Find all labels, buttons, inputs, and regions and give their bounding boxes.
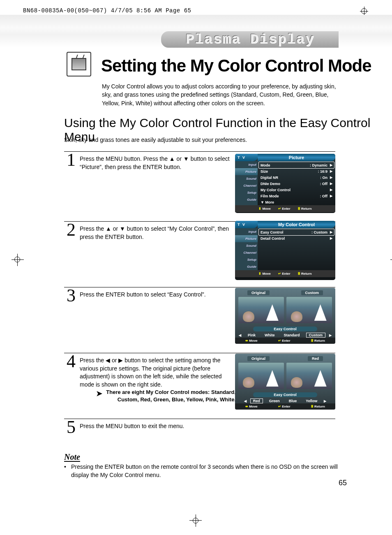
ecp-image-left <box>238 297 284 323</box>
ecp-chip: Pink <box>245 333 258 337</box>
ecp-chip: Blue <box>286 399 300 403</box>
ecp-chips: ◀RedGreenBlueYellow▶ <box>235 399 335 403</box>
osd-header: T V My Color Control <box>235 221 335 228</box>
osd-sidebar-item: Setup <box>235 189 258 196</box>
osd-sidebar-item: Guide <box>235 263 258 270</box>
osd-main: Easy Control: Custom▶Detail Control▶ <box>258 228 335 270</box>
step-number: 1 <box>67 151 76 169</box>
osd-menu-row: Film Mode: Off▶ <box>259 193 334 199</box>
left-arrow-icon: ◀ <box>239 334 241 337</box>
step-number: 4 <box>67 352 76 371</box>
osd-menu-row: Easy Control: Custom▶ <box>259 229 334 235</box>
tip-text: There are eight My Color Control modes: … <box>80 389 236 403</box>
right-arrow-icon: ▶ <box>324 399 326 403</box>
ecp-label-left: Original <box>247 290 270 295</box>
ecp-label-right: Red <box>308 356 323 361</box>
osd-sidebar-item: Setup <box>235 256 258 263</box>
osd-sidebar: InputPictureSoundChannelSetupGuide <box>235 228 258 270</box>
osd-menu-row: Mode: Dynamic▶ <box>259 162 334 168</box>
crop-mark <box>193 518 198 523</box>
ecp-mid-label: Easy Control <box>253 392 317 397</box>
tv-icon <box>67 52 91 76</box>
step-number: 3 <box>67 287 76 305</box>
ecp-chip: Custom <box>307 333 325 337</box>
ecp-label-right: Custom <box>301 290 323 295</box>
osd-body: InputPictureSoundChannelSetupGuide Mode:… <box>235 161 335 205</box>
ecp-label-left: Original <box>247 356 270 361</box>
ecp-mid: Easy Control <box>235 327 335 331</box>
osd-hint-move: ⬍ Move <box>258 272 271 276</box>
step-5: 5 Press the MENU button to exit the menu… <box>64 419 335 439</box>
osd-tv-label: T V <box>235 221 258 228</box>
osd-menu-row: Digital NR: On▶ <box>259 174 334 181</box>
osd-menu-row: ▼ More <box>259 199 334 205</box>
osd-sidebar-item: Sound <box>235 175 258 182</box>
crop-mark <box>361 8 367 14</box>
step-text: Press the MENU button to exit the menu. <box>80 422 230 431</box>
ecp-mid-label: Easy Control <box>253 327 317 331</box>
ecp-chip: Red <box>251 399 263 403</box>
ecp-image-right <box>286 297 332 323</box>
note-label: Note <box>64 452 339 462</box>
osd-mycolor-menu: T V My Color Control InputPictureSoundCh… <box>235 221 335 280</box>
page-number: 65 <box>339 479 347 487</box>
intro-paragraph: My Color Control allows you to adjust co… <box>102 82 336 107</box>
osd-sidebar-item: Guide <box>235 196 258 203</box>
osd-hint-return: Ⅲ Return <box>298 272 312 276</box>
page-title: Setting the My Color Control Mode <box>101 56 371 76</box>
osd-sidebar-item: Input <box>235 161 258 168</box>
osd-sidebar-item: Input <box>235 228 258 235</box>
note-block: Note • Pressing the ENTER button on the … <box>64 452 339 479</box>
tip-arrow-icon: ➤ <box>96 389 102 398</box>
osd-sidebar-item: Channel <box>235 182 258 189</box>
osd-menu-row: Size: 16:9▶ <box>259 168 334 174</box>
osd-body: InputPictureSoundChannelSetupGuide Easy … <box>235 228 335 270</box>
note-text: Pressing the ENTER button on the remote … <box>71 463 339 479</box>
step-text: Press the ENTER button to select “Easy C… <box>80 291 230 299</box>
osd-hint-return: Ⅲ Return <box>298 207 312 211</box>
section-description: Skin, sky and grass tones are easily adj… <box>64 137 339 143</box>
osd-sidebar-item: Picture <box>235 235 258 242</box>
osd-footer: ⬍ Move ↵ Enter Ⅲ Return <box>235 270 335 277</box>
osd-footer: ⬍ Move ↵ Enter Ⅲ Return <box>235 205 335 212</box>
ecp-top: OriginalCustom <box>235 290 335 295</box>
plasma-banner: Plasma Display <box>161 31 339 48</box>
ecp-footer: ⬌ Move↵ EnterⅢ Return <box>235 338 335 344</box>
osd-main: Mode: Dynamic▶Size: 16:9▶Digital NR: On▶… <box>258 161 335 205</box>
note-bullet: • Pressing the ENTER button on the remot… <box>64 463 339 479</box>
osd-header: T V Picture <box>235 154 335 161</box>
print-header: BN68-00835A-00(050~067) 4/7/05 8:56 AM P… <box>23 7 191 14</box>
osd-hint-enter: ↵ Enter <box>278 207 291 211</box>
easy-control-preview-1: OriginalCustomEasy Control◀PinkWhiteStan… <box>235 288 335 344</box>
osd-title: Picture <box>258 154 335 161</box>
step-text: Press the ◀ or ▶ button to select the se… <box>80 357 230 389</box>
osd-sidebar-item: Channel <box>235 249 258 256</box>
step-number: 2 <box>67 221 76 239</box>
ecp-chip: White <box>262 333 277 337</box>
bullet-icon: • <box>64 463 66 479</box>
osd-menu-row: Detail Control▶ <box>259 235 334 241</box>
osd-hint-enter: ↵ Enter <box>278 272 291 276</box>
ecp-chips: ◀PinkWhiteStandardCustom▶ <box>235 333 335 337</box>
ecp-image-left <box>238 363 284 389</box>
osd-sidebar-item: Picture <box>235 168 258 175</box>
osd-menu-row: DNIe Demo: Off▶ <box>259 181 334 187</box>
step-tip: ➤ There are eight My Color Control modes… <box>80 389 236 403</box>
osd-sidebar-item: Sound <box>235 242 258 249</box>
ecp-top: OriginalRed <box>235 356 335 361</box>
ecp-mid: Easy Control <box>235 392 335 397</box>
osd-tv-label: T V <box>235 154 258 161</box>
osd-hint-move: ⬍ Move <box>258 207 271 211</box>
left-arrow-icon: ◀ <box>244 399 247 403</box>
ecp-image-right <box>286 363 332 389</box>
osd-menu-row: My Color Control▶ <box>259 187 334 193</box>
right-arrow-icon: ▶ <box>329 334 332 337</box>
osd-title: My Color Control <box>258 221 335 228</box>
osd-picture-menu: T V Picture InputPictureSoundChannelSetu… <box>235 154 335 213</box>
ecp-chip: Yellow <box>303 399 320 403</box>
ecp-footer: ⬌ Move↵ EnterⅢ Return <box>235 403 335 410</box>
osd-sidebar: InputPictureSoundChannelSetupGuide <box>235 161 258 205</box>
easy-control-preview-2: OriginalRedEasy Control◀RedGreenBlueYell… <box>235 354 335 410</box>
step-text: Press the ▲ or ▼ button to select “My Co… <box>80 225 230 241</box>
ecp-chip: Green <box>267 399 282 403</box>
